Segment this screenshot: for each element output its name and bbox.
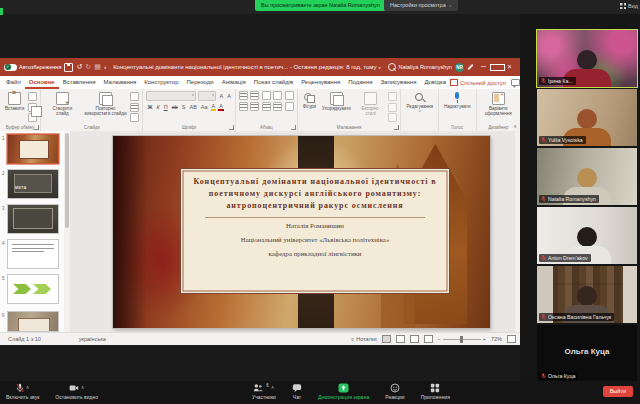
editing-button[interactable]: Редагування ∨ xyxy=(404,91,434,115)
line-spacing-icon[interactable] xyxy=(285,91,294,100)
tab-animations[interactable]: Анімація xyxy=(218,76,250,89)
reuse-slides-button[interactable]: Повторно використати слайди xyxy=(82,91,128,118)
view-normal-button[interactable] xyxy=(382,335,391,343)
paragraph-dialog-launcher[interactable] xyxy=(291,125,296,130)
zoom-in-button[interactable]: + xyxy=(483,336,486,342)
design-ideas-button[interactable]: Варіанти оформлення xyxy=(480,91,518,118)
columns-icon[interactable] xyxy=(285,102,294,111)
share-button[interactable]: Спільний доступ xyxy=(450,79,506,86)
tab-review[interactable]: Рецензування xyxy=(297,76,344,89)
redo-icon[interactable]: ↻ xyxy=(85,58,91,76)
pen-icon[interactable] xyxy=(467,64,473,70)
grow-font-button[interactable]: А xyxy=(218,93,224,99)
participants-button[interactable]: 6 ∧ Участники xyxy=(252,383,276,400)
editor-scrollbar[interactable] xyxy=(515,131,520,333)
italic-button[interactable]: К xyxy=(155,104,160,110)
indent-decrease-icon[interactable] xyxy=(262,91,271,100)
account-user-name[interactable]: Nataliya Romanyshyn xyxy=(399,64,453,70)
slide-thumbnail-1[interactable] xyxy=(8,135,58,163)
participant-tile[interactable]: Ірина Ка... xyxy=(537,30,637,87)
chat-button[interactable]: Чат xyxy=(292,383,302,400)
shape-effects-icon[interactable] xyxy=(388,113,397,122)
quick-styles-button[interactable]: Експрес-стилі xyxy=(355,91,387,118)
shape-fill-icon[interactable] xyxy=(388,92,397,101)
slide-thumbnail-3[interactable] xyxy=(8,205,58,233)
shrink-font-button[interactable]: А xyxy=(226,93,232,99)
char-spacing-button[interactable]: АВ xyxy=(188,104,197,110)
bold-button[interactable]: Ж xyxy=(146,104,153,110)
tab-file[interactable]: Файл xyxy=(2,76,25,89)
font-color-button[interactable]: А xyxy=(218,103,224,111)
view-settings-button[interactable]: Настройки просмотра ∨ xyxy=(384,0,458,11)
notes-button[interactable]: Нотатки xyxy=(351,336,376,342)
title-text-box[interactable]: Концептуальні домінанти національної іде… xyxy=(180,168,450,294)
zoom-slider-knob[interactable] xyxy=(460,336,463,343)
slide-thumbnail-5[interactable] xyxy=(8,275,58,303)
slide-thumbnail-2[interactable]: МЕТА xyxy=(8,170,58,198)
highlight-color-button[interactable]: А xyxy=(211,103,217,111)
strikethrough-button[interactable]: ab xyxy=(171,104,179,110)
comments-icon[interactable] xyxy=(511,79,520,86)
view-slideshow-button[interactable] xyxy=(424,335,433,343)
avatar[interactable]: NR xyxy=(455,63,464,72)
mic-options-caret-icon[interactable]: ∧ xyxy=(26,384,30,390)
ribbon-collapse-button[interactable]: ∧ xyxy=(513,123,517,129)
slide-canvas[interactable]: Концептуальні домінанти національної іде… xyxy=(113,136,490,328)
slide-thumbnail-4[interactable] xyxy=(8,240,58,268)
align-left-icon[interactable] xyxy=(239,102,248,111)
unmute-button[interactable]: ∧ Включить звук xyxy=(6,383,39,400)
tab-draw[interactable]: Малювання xyxy=(100,76,141,89)
underline-button[interactable]: П xyxy=(163,104,169,110)
dictate-button[interactable]: Надиктувати xyxy=(442,91,473,110)
tab-insert[interactable]: Вставлення xyxy=(59,76,100,89)
layout-icon[interactable] xyxy=(130,92,139,101)
video-options-caret-icon[interactable]: ∧ xyxy=(81,384,85,390)
bullets-icon[interactable] xyxy=(239,91,248,100)
font-size-select[interactable] xyxy=(198,91,216,101)
drawing-dialog-launcher[interactable] xyxy=(394,125,399,130)
language-indicator[interactable]: українська xyxy=(79,336,106,342)
stop-video-button[interactable]: ∧ Остановить видео xyxy=(55,383,98,400)
clipboard-dialog-launcher[interactable] xyxy=(34,125,39,130)
font-dialog-launcher[interactable] xyxy=(229,125,234,130)
quick-access-caret-icon[interactable]: ∨ xyxy=(104,65,107,70)
shape-outline-icon[interactable] xyxy=(388,103,397,112)
thumbnail-scrollbar[interactable] xyxy=(64,131,70,333)
text-shadow-button[interactable]: S xyxy=(181,104,187,110)
align-center-icon[interactable] xyxy=(250,102,259,111)
paste-button[interactable]: Вставити xyxy=(3,91,26,112)
reset-slide-icon[interactable] xyxy=(130,103,139,112)
apps-button[interactable]: Приложения xyxy=(421,383,450,400)
start-presentation-icon[interactable]: ▦ xyxy=(94,58,101,76)
slide-thumbnail-6[interactable] xyxy=(8,312,58,331)
scrollbar-thumb[interactable] xyxy=(65,133,69,228)
participant-tile[interactable]: Ольга Куца Ольга Куца xyxy=(537,325,637,382)
tab-slideshow[interactable]: Показ слайдів xyxy=(250,76,297,89)
search-icon[interactable] xyxy=(388,63,396,71)
numbering-icon[interactable] xyxy=(250,91,259,100)
cut-icon[interactable] xyxy=(28,92,37,101)
change-case-button[interactable]: Аа xyxy=(200,104,209,110)
view-layout-button[interactable]: Вид xyxy=(620,1,638,11)
share-screen-button[interactable]: Демонстрация экрана xyxy=(318,383,369,400)
tab-design[interactable]: Конструктор xyxy=(140,76,182,89)
view-sorter-button[interactable] xyxy=(396,335,405,343)
participant-tile[interactable]: Natalia Romanyshyn xyxy=(537,148,637,205)
participant-tile[interactable]: Оксана Василівна Гальчук xyxy=(537,266,637,323)
minimize-button[interactable]: ─ xyxy=(477,58,490,76)
participant-tile[interactable]: Anton Drem'akov xyxy=(537,207,637,264)
font-family-select[interactable] xyxy=(146,91,196,101)
tab-view[interactable]: Подання xyxy=(344,76,376,89)
align-right-icon[interactable] xyxy=(262,102,271,111)
leave-button[interactable]: Выйти xyxy=(603,386,633,397)
participants-caret-icon[interactable]: ∧ xyxy=(271,384,275,390)
zoom-level[interactable]: 72% xyxy=(491,336,502,342)
section-icon[interactable] xyxy=(130,113,139,122)
new-slide-button[interactable]: Створити слайд xyxy=(44,91,80,118)
tab-home[interactable]: Основне xyxy=(25,76,59,89)
justify-icon[interactable] xyxy=(273,102,282,111)
copy-icon[interactable] xyxy=(28,103,37,112)
fit-slide-button[interactable] xyxy=(507,335,516,343)
zoom-out-button[interactable]: − xyxy=(438,336,441,342)
shapes-button[interactable]: Фігури xyxy=(301,91,318,110)
